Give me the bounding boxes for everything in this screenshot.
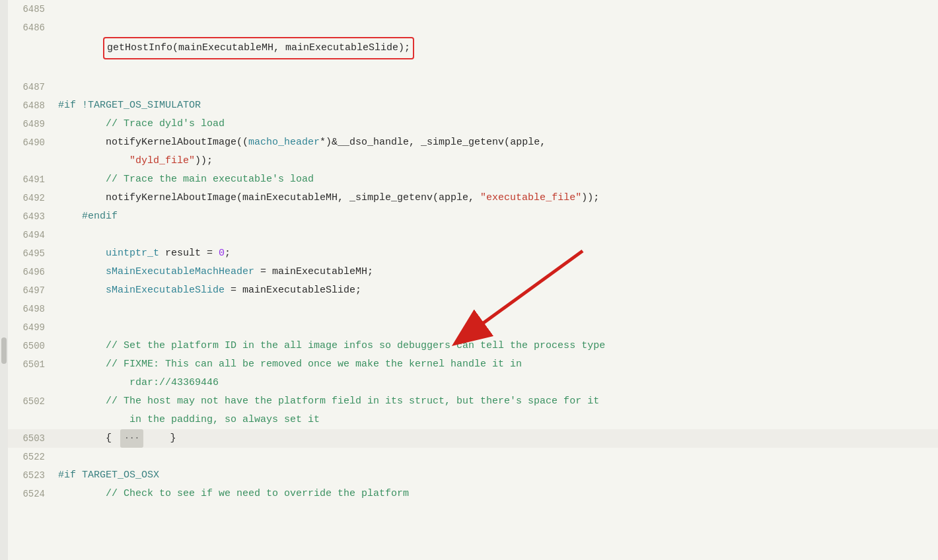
table-row: 6487 xyxy=(8,78,938,96)
line-number: 6488 xyxy=(8,96,55,115)
line-number: 6492 xyxy=(8,189,55,207)
table-row: 6492 notifyKernelAboutImage(mainExecutab… xyxy=(8,189,938,207)
line-number: 6501 xyxy=(8,355,55,374)
line-number: 6523 xyxy=(8,466,55,485)
line-number: 6494 xyxy=(8,226,55,244)
highlight-box: getHostInfo(mainExecutableMH, mainExecut… xyxy=(103,37,414,59)
line-number: 6500 xyxy=(8,337,55,355)
table-row: 6493 #endif xyxy=(8,207,938,226)
line-number: 6487 xyxy=(8,78,55,96)
line-content: // Set the platform ID in the all image … xyxy=(55,337,938,355)
table-row: 6488 #if !TARGET_OS_SIMULATOR xyxy=(8,96,938,115)
line-content: // Check to see if we need to override t… xyxy=(55,485,938,503)
table-row: 6497 sMainExecutableSlide = mainExecutab… xyxy=(8,281,938,300)
table-row: 6522 xyxy=(8,448,938,466)
table-row: 6501 // FIXME: This can all be removed o… xyxy=(8,355,938,392)
line-content: #endif xyxy=(55,207,938,226)
line-content: #if TARGET_OS_OSX xyxy=(55,466,938,485)
table-row: 6498 xyxy=(8,300,938,318)
line-content: #if !TARGET_OS_SIMULATOR xyxy=(55,96,938,115)
table-row: 6502 // The host may not have the platfo… xyxy=(8,392,938,429)
line-content: // Trace the main executable's load xyxy=(55,170,938,189)
line-number: 6485 xyxy=(8,0,55,18)
scrollbar-thumb[interactable] xyxy=(1,337,7,364)
table-row: 6486 getHostInfo(mainExecutableMH, mainE… xyxy=(8,18,938,78)
line-number: 6522 xyxy=(8,448,55,466)
code-viewer: 6485 6486 getHostInfo(mainExecutableMH, … xyxy=(0,0,938,560)
line-content: // Trace dyld's load xyxy=(55,115,938,133)
line-content: getHostInfo(mainExecutableMH, mainExecut… xyxy=(55,18,938,78)
line-content: uintptr_t result = 0; xyxy=(55,244,938,263)
line-content: // FIXME: This can all be removed once w… xyxy=(55,355,938,392)
line-number: 6524 xyxy=(8,485,55,503)
table-row: 6489 // Trace dyld's load xyxy=(8,115,938,133)
line-content: sMainExecutableSlide = mainExecutableSli… xyxy=(55,281,938,300)
line-number: 6496 xyxy=(8,263,55,281)
line-number: 6491 xyxy=(8,170,55,189)
line-content: { ··· } xyxy=(55,429,938,448)
line-content: notifyKernelAboutImage((macho_header*)&_… xyxy=(55,133,938,170)
line-number: 6490 xyxy=(8,133,55,152)
table-row: 6523 #if TARGET_OS_OSX xyxy=(8,466,938,485)
line-number: 6495 xyxy=(8,244,55,263)
line-number: 6486 xyxy=(8,18,55,37)
line-number: 6503 xyxy=(8,429,55,448)
table-row: 6524 // Check to see if we need to overr… xyxy=(8,485,938,503)
table-row: 6503 { ··· } xyxy=(8,429,938,448)
expand-indicator[interactable]: ··· xyxy=(120,429,143,448)
table-row: 6494 xyxy=(8,226,938,244)
line-number: 6489 xyxy=(8,115,55,133)
line-content: sMainExecutableMachHeader = mainExecutab… xyxy=(55,263,938,281)
table-row: 6496 sMainExecutableMachHeader = mainExe… xyxy=(8,263,938,281)
table-row: 6500 // Set the platform ID in the all i… xyxy=(8,337,938,355)
line-number: 6499 xyxy=(8,318,55,337)
table-row: 6495 uintptr_t result = 0; xyxy=(8,244,938,263)
table-row: 6490 notifyKernelAboutImage((macho_heade… xyxy=(8,133,938,170)
table-row: 6499 xyxy=(8,318,938,337)
line-number: 6502 xyxy=(8,392,55,411)
scrollbar[interactable] xyxy=(0,0,8,560)
code-area: 6485 6486 getHostInfo(mainExecutableMH, … xyxy=(8,0,938,560)
line-number: 6497 xyxy=(8,281,55,300)
line-content: // The host may not have the platform fi… xyxy=(55,392,938,429)
table-row: 6485 xyxy=(8,0,938,18)
line-number: 6498 xyxy=(8,300,55,318)
line-number: 6493 xyxy=(8,207,55,226)
table-row: 6491 // Trace the main executable's load xyxy=(8,170,938,189)
line-content: notifyKernelAboutImage(mainExecutableMH,… xyxy=(55,189,938,207)
